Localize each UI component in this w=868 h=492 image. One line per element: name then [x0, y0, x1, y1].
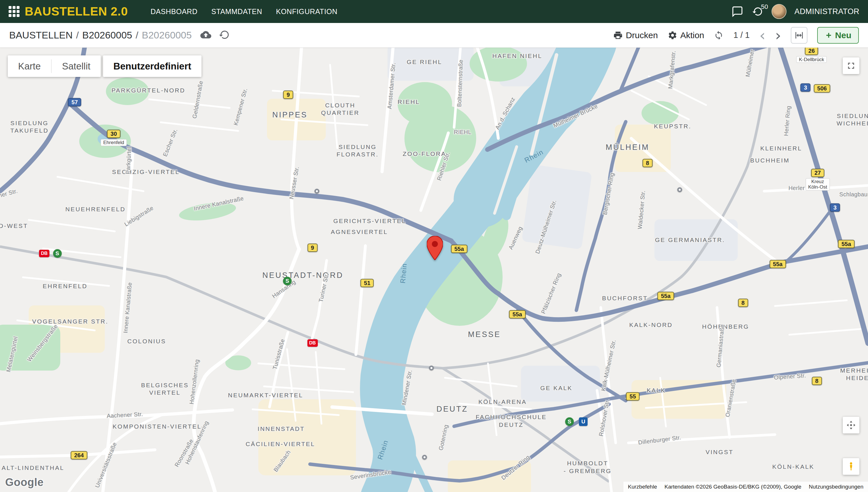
transit-marker — [422, 455, 427, 460]
map-label: Weinsbergstraße — [26, 323, 59, 363]
refresh-icon[interactable] — [714, 30, 724, 40]
map-label: Kalk-Mülheimer Str. — [600, 339, 617, 392]
map-label: NEUMARKT-VIERTEL — [228, 391, 303, 399]
map-label: Herler Ring — [783, 106, 792, 137]
map-label: Schlagbaum — [839, 191, 868, 198]
main-nav: DASHBOARD STAMMDATEN KONFIGURATION — [144, 7, 344, 16]
chat-icon[interactable] — [731, 5, 743, 18]
map-label: KALK-NORD — [629, 321, 672, 329]
map-label: SIEDLUNG TAKUFELD — [10, 119, 49, 134]
map-label: Waldecker Str. — [636, 190, 647, 230]
cloud-upload-icon[interactable] — [200, 29, 211, 41]
map-label: SIEDLUNG WICHHEIM — [837, 112, 868, 127]
map-label: Kempener Str. — [232, 87, 249, 126]
map-canvas[interactable]: PARKGÜRTEL-NORDNIPPESCLOUTH QUARTIERGE R… — [0, 48, 868, 492]
map-label: GERICHTS-VIERTEL — [333, 217, 406, 225]
map-label: VINGST — [705, 448, 734, 456]
map-label: BUCHFORST — [602, 295, 648, 302]
map-type-benutzerdefiniert[interactable]: Benutzerdefiniert — [103, 55, 201, 77]
avatar[interactable] — [772, 4, 787, 19]
prev-page-button[interactable]: ‹ — [760, 29, 766, 41]
map-label: Mindener Str. — [400, 369, 414, 406]
nav-konfiguration[interactable]: KONFIGURATION — [269, 7, 344, 16]
map-type-satellit[interactable]: Satellit — [52, 55, 101, 77]
pegman-button[interactable] — [843, 458, 860, 475]
map-label: SECHZIG-VIERTEL — [112, 168, 179, 176]
map-label: Mülheimer Brücke — [552, 103, 599, 129]
fit-width-icon — [794, 30, 804, 40]
fit-width-button[interactable] — [791, 27, 808, 44]
google-logo: Google — [5, 476, 44, 489]
route-shield: 8 — [812, 377, 822, 385]
nav-dashboard[interactable]: DASHBOARD — [144, 7, 204, 16]
new-button[interactable]: Neu — [817, 27, 859, 44]
map-label: SIEDLUNG FLORASTR. — [337, 143, 379, 158]
shortcuts-link[interactable]: Kurzbefehle — [628, 484, 657, 490]
map-label: Pfälzischer Ring — [540, 272, 563, 315]
pegman-icon — [846, 461, 856, 472]
map-label: Bergischer Ring — [601, 172, 616, 215]
water-label: Rhein — [523, 148, 545, 165]
plus-icon — [825, 31, 833, 39]
map-label: MESSE — [468, 330, 501, 340]
map-label: CLOUTH QUARTIER — [321, 101, 359, 117]
map-label: Innere Kanalstraße — [122, 282, 133, 333]
map-label: RIEHL — [454, 129, 471, 136]
app-brand: BAUSTELLEN 2.0 — [25, 5, 128, 18]
map-label: HAFEN NIEHL — [492, 52, 542, 60]
map-labels-layer: PARKGÜRTEL-NORDNIPPESCLOUTH QUARTIERGE R… — [0, 48, 868, 492]
map-label: Subbelrather Str. — [0, 187, 18, 206]
breadcrumb-root[interactable]: BAUSTELLEN — [9, 29, 73, 41]
route-shield: 51 — [361, 279, 374, 287]
top-bar: BAUSTELLEN 2.0 DASHBOARD STAMMDATEN KONF… — [0, 0, 868, 23]
map-label: VOGELSANGER STR. — [32, 318, 108, 325]
route-shield: 8 — [738, 298, 748, 307]
action-button[interactable]: Aktion — [668, 30, 704, 40]
apps-grid-icon[interactable] — [8, 6, 20, 17]
map-label: Neusser Str. — [288, 166, 301, 199]
fullscreen-button[interactable] — [843, 57, 860, 74]
print-button[interactable]: Drucken — [613, 30, 658, 40]
map-label: Severinsbrücke — [350, 468, 392, 481]
route-shield: 55a — [770, 260, 786, 268]
map-label: RIEHL — [398, 98, 420, 106]
map-label: KÖLN-ARENA — [478, 398, 527, 405]
transit-marker: S — [283, 277, 292, 285]
map-label: Parkgürtel — [124, 147, 133, 174]
map-label: Escher Str. — [161, 128, 179, 157]
route-shield: 30Ehrenfeld — [101, 130, 127, 146]
map-label: Aachener Str. — [107, 411, 144, 420]
map-label: HUMBOLDT - GREMBERG — [564, 460, 612, 475]
breadcrumb-separator: / — [136, 29, 138, 41]
next-page-button[interactable]: › — [775, 29, 781, 41]
printer-icon — [613, 30, 623, 40]
pan-button[interactable] — [843, 417, 860, 434]
history-icon[interactable]: 50 — [751, 5, 764, 18]
map-label: GE GERMANIASTR. — [655, 236, 725, 244]
map-label: NEUSTADT-NORD — [262, 271, 344, 280]
location-pin[interactable] — [427, 236, 443, 260]
route-shield: 55a — [451, 245, 467, 253]
route-shield: 57 — [68, 98, 81, 106]
breadcrumb-item[interactable]: B20260005 — [82, 29, 132, 41]
route-shield: 55a — [658, 292, 674, 300]
terms-link[interactable]: Nutzungsbedingungen — [809, 484, 863, 490]
breadcrumb-separator: / — [76, 29, 79, 41]
transit-marker — [314, 189, 319, 194]
breadcrumb: BAUSTELLEN / B20260005 / B20260005 — [9, 29, 192, 41]
transit-marker: S — [53, 249, 62, 258]
nav-stammdaten[interactable]: STAMMDATEN — [204, 7, 269, 16]
route-shield: 9 — [307, 243, 318, 252]
map-type-karte[interactable]: Karte — [8, 55, 51, 77]
map-label: CÄCILIEN-VIERTEL — [246, 440, 315, 448]
map-label: BUCHHEIM — [750, 157, 790, 164]
map-label: Germaniastraße — [715, 324, 726, 368]
map-label: COLONIUS — [127, 338, 166, 345]
map-label: Auenweg — [507, 225, 524, 251]
map-label: LD-WEST — [0, 222, 28, 230]
map-label: Dillenburger Str. — [638, 434, 681, 446]
map-label: BELGISCHES VIERTEL — [141, 382, 189, 397]
route-shield: 27Kreuz Köln-Ost — [806, 169, 830, 191]
map-label: Innere Kanalstraße — [193, 195, 245, 213]
restore-icon[interactable] — [219, 29, 230, 41]
